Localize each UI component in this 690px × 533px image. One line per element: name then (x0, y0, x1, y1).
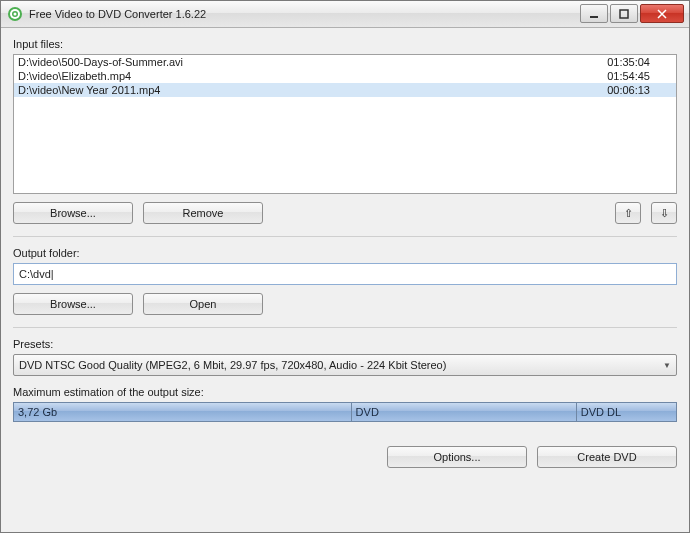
minimize-button[interactable] (580, 4, 608, 23)
window-body: Input files: D:\video\500-Days-of-Summer… (1, 28, 689, 478)
file-duration: 01:54:45 (607, 70, 672, 82)
svg-rect-5 (620, 10, 628, 18)
input-files-list[interactable]: D:\video\500-Days-of-Summer.avi 01:35:04… (13, 54, 677, 194)
browse-output-button[interactable]: Browse... (13, 293, 133, 315)
input-files-label: Input files: (13, 38, 677, 50)
output-folder-input[interactable] (13, 263, 677, 285)
chevron-down-icon: ▼ (663, 361, 671, 370)
estimation-dvddl-segment: DVD DL (577, 403, 676, 421)
app-window: Free Video to DVD Converter 1.6.22 Input… (0, 0, 690, 533)
options-button[interactable]: Options... (387, 446, 527, 468)
estimation-dvd: DVD (356, 406, 379, 418)
window-controls (580, 4, 689, 24)
footer-buttons: Options... Create DVD (13, 446, 677, 468)
presets-label: Presets: (13, 338, 677, 350)
estimation-size: 3,72 Gb (18, 406, 57, 418)
arrow-up-icon: ⇧ (624, 207, 633, 219)
svg-point-3 (14, 13, 17, 16)
estimation-size-segment: 3,72 Gb (14, 403, 352, 421)
file-row[interactable]: D:\video\500-Days-of-Summer.avi 01:35:04 (14, 55, 676, 69)
estimation-dvd-segment: DVD (352, 403, 577, 421)
file-path: D:\video\New Year 2011.mp4 (18, 84, 607, 96)
move-up-button[interactable]: ⇧ (615, 202, 641, 224)
estimation-bar: 3,72 Gb DVD DVD DL (13, 402, 677, 422)
move-down-button[interactable]: ⇩ (651, 202, 677, 224)
svg-rect-4 (590, 16, 598, 18)
estimation-dvddl: DVD DL (581, 406, 621, 418)
maximize-button[interactable] (610, 4, 638, 23)
remove-button[interactable]: Remove (143, 202, 263, 224)
maximize-icon (619, 9, 629, 19)
close-icon (657, 9, 667, 19)
browse-input-button[interactable]: Browse... (13, 202, 133, 224)
preset-selected-value: DVD NTSC Good Quality (MPEG2, 6 Mbit, 29… (19, 359, 446, 371)
create-dvd-button[interactable]: Create DVD (537, 446, 677, 468)
open-button[interactable]: Open (143, 293, 263, 315)
estimation-label: Maximum estimation of the output size: (13, 386, 677, 398)
preset-dropdown[interactable]: DVD NTSC Good Quality (MPEG2, 6 Mbit, 29… (13, 354, 677, 376)
arrow-down-icon: ⇩ (660, 207, 669, 219)
spacer (273, 202, 605, 224)
file-row[interactable]: D:\video\New Year 2011.mp4 00:06:13 (14, 83, 676, 97)
file-duration: 01:35:04 (607, 56, 672, 68)
close-button[interactable] (640, 4, 684, 23)
divider (13, 327, 677, 328)
file-duration: 00:06:13 (607, 84, 672, 96)
app-icon (7, 6, 23, 22)
file-path: D:\video\500-Days-of-Summer.avi (18, 56, 607, 68)
minimize-icon (589, 10, 599, 18)
divider (13, 236, 677, 237)
output-buttons-row: Browse... Open (13, 293, 677, 315)
file-path: D:\video\Elizabeth.mp4 (18, 70, 607, 82)
window-title: Free Video to DVD Converter 1.6.22 (29, 8, 206, 20)
file-row[interactable]: D:\video\Elizabeth.mp4 01:54:45 (14, 69, 676, 83)
titlebar: Free Video to DVD Converter 1.6.22 (1, 1, 689, 28)
output-folder-label: Output folder: (13, 247, 677, 259)
input-buttons-row: Browse... Remove ⇧ ⇩ (13, 202, 677, 224)
